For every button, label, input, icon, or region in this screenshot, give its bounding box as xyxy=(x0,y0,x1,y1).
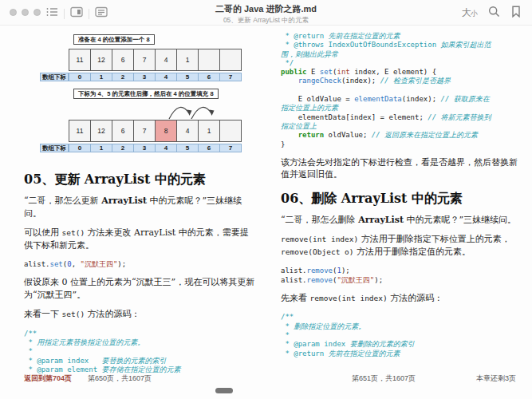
left-page-indicator: 第650页，共1607页 xyxy=(88,373,152,384)
array-cell: 8 xyxy=(155,120,177,142)
search-icon[interactable] xyxy=(488,6,500,21)
app-window: 二哥的 Java 进阶之路.md 05、更新 ArrayList 中的元素 大小… xyxy=(0,0,532,399)
status-bar: 返回到第704页 第650页，共1607页 第651页，共1607页 本章还剩3… xyxy=(0,373,532,386)
index-cell: 2 xyxy=(112,73,134,81)
array-cell: 1 xyxy=(198,120,220,142)
paragraph: 假设原来 0 位置上的元素为“沉默王三”，现在可以将其更新为“沉默王四”。 xyxy=(24,276,257,301)
code-block-remove-javadoc: /** * 删除指定位置的元素。 * * @param index 要删除的元素… xyxy=(281,313,520,358)
array-cell xyxy=(198,49,220,71)
index-cell: 2 xyxy=(112,144,134,152)
array-cell xyxy=(219,49,242,71)
back-to-page-link[interactable]: 返回到第704页 xyxy=(24,373,72,384)
index-cell: 4 xyxy=(155,73,177,81)
array-cell: 11 xyxy=(69,120,91,142)
section-heading-06: 06、删除 ArrayList 中的元素 xyxy=(281,191,520,207)
array-cell: 1 xyxy=(176,49,199,71)
array-cell: 6 xyxy=(112,49,134,71)
toolbar-divider xyxy=(64,9,65,19)
index-cell: 6 xyxy=(198,73,220,81)
array-cell: 6 xyxy=(112,120,134,142)
sidebar-toggle-icon[interactable] xyxy=(70,6,83,21)
scroll-indicator-handle[interactable] xyxy=(215,388,233,393)
close-button[interactable] xyxy=(10,9,17,16)
index-row-label: 数组下标 xyxy=(40,73,69,81)
array-cell: 11 xyxy=(69,49,91,71)
index-cell: 4 xyxy=(155,144,177,152)
array-diagram2-cells: 111267841 xyxy=(69,120,257,142)
array-cell: 7 xyxy=(133,120,156,142)
array-cell: 7 xyxy=(133,49,156,71)
font-size-control[interactable]: 大小 xyxy=(462,6,477,20)
window-controls xyxy=(10,9,41,16)
index-cell: 1 xyxy=(90,73,112,81)
index-cell: 5 xyxy=(176,73,199,81)
chapter-remaining-indicator: 本章还剩3页 xyxy=(476,373,516,384)
index-cell: 6 xyxy=(198,144,220,152)
code-block-remove-call: alist.remove(1);alist.remove("沉默王四"); xyxy=(281,267,520,285)
array-cell: 4 xyxy=(155,49,177,71)
reader-mode-icon[interactable] xyxy=(95,6,108,21)
paragraph: “二哥，那怎么更新 ArrayList 中的元素呢？”三妹继续问。 xyxy=(24,195,257,219)
index-cell: 0 xyxy=(69,73,91,81)
paragraph: 可以使用 set() 方法来更改 ArrayList 中的元素，需要提供下标和新… xyxy=(24,227,257,251)
page-left: 准备在 4 的位置添加一个 8 11126741 数组下标 01234567 下… xyxy=(24,30,257,374)
index-cell: 1 xyxy=(90,144,112,152)
code-block-set-javadoc: /** * 用指定元素替换指定位置的元素。 * * @param index 要… xyxy=(24,330,257,374)
index-cell: 3 xyxy=(133,144,156,152)
array-diagram2-index-row: 数组下标 01234567 xyxy=(40,144,257,152)
paragraph: 来看一下 set() 方法的源码： xyxy=(24,308,257,321)
shift-arrows-icon xyxy=(69,101,247,120)
array-cell: 12 xyxy=(90,120,112,142)
toolbar-divider xyxy=(89,9,89,19)
index-row-label: 数组下标 xyxy=(40,144,69,152)
array-diagram2-caption: 下标为 4、5 的元素往后挪，然后在 4 的位置填充 8 xyxy=(73,89,219,99)
paragraph: “二哥，那怎么删除 ArrayList 中的元素呢？”三妹继续问。 xyxy=(281,214,520,227)
right-page-indicator: 第651页，共1607页 xyxy=(352,373,416,384)
array-diagram1-index-row: 数组下标 01234567 xyxy=(40,73,257,81)
array-diagram1-caption: 准备在 4 的位置添加一个 8 xyxy=(73,34,155,45)
paragraph: 先来看 remove(int index) 方法的源码： xyxy=(281,292,520,305)
array-diagram1-cells: 11126741 xyxy=(69,49,257,71)
index-cell: 3 xyxy=(133,73,156,81)
code-block-set-call: alist.set(0, "沉默王四"); xyxy=(24,260,257,269)
array-cell xyxy=(219,120,242,142)
array-cell: 12 xyxy=(90,49,112,71)
minimize-button[interactable] xyxy=(22,9,29,16)
array-cell: 4 xyxy=(176,120,199,142)
paragraph: remove(int index) 方法用于删除指定下标位置上的元素，remov… xyxy=(281,233,520,258)
code-block-set-source: * @return 先前在指定位置的元素 * @throws IndexOutO… xyxy=(281,32,520,149)
zoom-button[interactable] xyxy=(33,9,41,16)
bookmark-icon[interactable] xyxy=(511,6,521,21)
paragraph: 该方法会先对指定的下标进行检查，看是否越界，然后替换新值并返回旧值。 xyxy=(281,156,520,181)
toc-icon[interactable] xyxy=(46,6,58,21)
index-cell: 7 xyxy=(219,144,242,152)
index-cell: 7 xyxy=(219,73,242,81)
index-cell: 5 xyxy=(176,144,199,152)
section-heading-05: 05、更新 ArrayList 中的元素 xyxy=(24,172,257,188)
index-cell: 0 xyxy=(69,144,91,152)
titlebar: 二哥的 Java 进阶之路.md 05、更新 ArrayList 中的元素 大小 xyxy=(0,0,532,26)
page-right: * @return 先前在指定位置的元素 * @throws IndexOutO… xyxy=(281,30,520,358)
